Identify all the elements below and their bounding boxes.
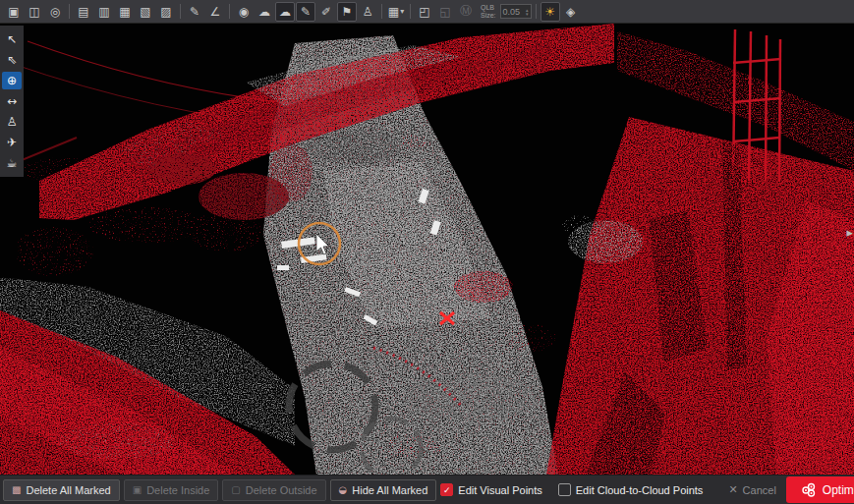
edit-cloud-to-cloud-label: Edit Cloud-to-Cloud Points [576, 484, 704, 496]
point-cloud-canvas[interactable] [0, 24, 854, 475]
layout-icon: ▦ [388, 5, 399, 19]
qlb-size-label: QLB Size: [481, 4, 496, 19]
toolbar-separator [69, 4, 70, 19]
qlb-m-icon[interactable]: Ⓜ [456, 2, 476, 22]
measure-width-tool[interactable]: ↔ [2, 92, 22, 110]
delete-all-marked-label: Delete All Marked [26, 484, 110, 496]
image-view-icon[interactable]: ▧ [136, 2, 155, 22]
delete-all-marked-icon: ▩ [12, 484, 21, 495]
film-view-icon[interactable]: ▨ [156, 2, 176, 22]
box-3d-icon[interactable]: ◰ [415, 2, 434, 22]
spinner-arrows-icon[interactable]: ▴▾ [526, 8, 529, 16]
checkbox-unchecked-icon[interactable] [558, 483, 571, 496]
hide-all-marked-label: Hide All Marked [352, 484, 427, 496]
draw-polyline-icon[interactable]: ✎ [185, 2, 204, 22]
bottom-toolbar: ▩ Delete All Marked ▣ Delete Inside ▢ De… [0, 475, 854, 504]
edit-visual-points-label: Edit Visual Points [458, 484, 541, 496]
delete-inside-icon: ▣ [133, 484, 142, 495]
delete-outside-icon: ▢ [231, 484, 240, 495]
pan-orbit-tool[interactable]: ⊕ [2, 72, 22, 89]
toolbar-separator [536, 4, 537, 19]
grid-view-icon[interactable]: ▦ [115, 2, 135, 22]
edit-cloud-to-cloud-checkbox[interactable]: Edit Cloud-to-Cloud Points [558, 483, 704, 496]
measure-angle-icon[interactable]: ∠ [205, 2, 225, 22]
fly-navigate-tool[interactable]: ✈ [2, 134, 22, 151]
visibility-icon[interactable]: ◉ [234, 2, 254, 22]
chevron-down-icon: ▾ [400, 7, 404, 16]
optimize-bundle-button[interactable]: Optimize Bundle [786, 476, 854, 503]
toolbar-separator [381, 4, 382, 19]
expand-panel-icon[interactable]: ▸ [846, 225, 853, 240]
stereo-view-icon[interactable]: ◫ [25, 2, 44, 22]
erase-tool[interactable]: ☕ [2, 154, 22, 172]
toolbar-separator [410, 4, 411, 19]
cloud-download-icon[interactable]: ☁ [255, 2, 274, 22]
select-points-tool[interactable]: ⇖ [2, 51, 22, 69]
optimize-bundle-label: Optimize Bundle [823, 483, 854, 497]
left-toolbar: ↖ ⇖ ⊕ ↔ ♙ ✈ ☕ [0, 26, 24, 177]
layout-dropdown[interactable]: ▦ ▾ [386, 2, 406, 22]
toolbar-separator [229, 4, 230, 19]
delete-all-marked-button[interactable]: ▩ Delete All Marked [3, 479, 120, 501]
screenshot-icon[interactable]: ▣ [4, 2, 24, 22]
cancel-label: Cancel [743, 484, 776, 496]
top-toolbar: ▣ ◫ ◎ ▤ ▥ ▦ ▧ ▨ ✎ ∠ ◉ ☁ ☁ ✎ ✐ ⚑ ♙ ▦ ▾ ◰ … [0, 0, 854, 24]
edit-visual-points-checkbox[interactable]: ✓ Edit Visual Points [440, 483, 541, 496]
toolbar-separator [180, 4, 181, 19]
edit-points-icon[interactable]: ✎ [296, 2, 315, 22]
person-view-tool[interactable]: ♙ [2, 113, 22, 131]
hide-all-marked-button[interactable]: ◒ Hide All Marked [330, 479, 437, 501]
hide-all-marked-icon: ◒ [339, 484, 348, 495]
cloud-points-icon[interactable]: ☁ [275, 2, 295, 22]
checkbox-checked-icon[interactable]: ✓ [440, 483, 453, 496]
delete-outside-button[interactable]: ▢ Delete Outside [222, 479, 325, 501]
photo-icon[interactable]: ▤ [74, 2, 93, 22]
spotlight-icon[interactable]: ☀ [541, 2, 560, 22]
delete-inside-button[interactable]: ▣ Delete Inside [124, 479, 219, 501]
person-pin-icon[interactable]: ♙ [358, 2, 377, 22]
misc-tool-icon[interactable]: ◈ [561, 2, 581, 22]
brush-icon[interactable]: ✐ [316, 2, 336, 22]
magnify-region-icon[interactable]: ◎ [45, 2, 65, 22]
qlb-box-icon[interactable]: ◱ [435, 2, 455, 22]
cancel-button[interactable]: ✕ Cancel [728, 483, 775, 496]
viewport [0, 24, 854, 475]
split-view-icon[interactable]: ▥ [94, 2, 114, 22]
select-tool[interactable]: ↖ [2, 30, 22, 48]
bundle-icon [801, 482, 816, 497]
delete-inside-label: Delete Inside [146, 484, 209, 496]
location-pin-icon[interactable]: ⚑ [337, 2, 357, 22]
qlb-size-value: 0.05 [503, 7, 521, 17]
delete-outside-label: Delete Outside [246, 484, 317, 496]
qlb-size-input[interactable]: 0.05 ▴▾ [500, 4, 532, 19]
close-icon: ✕ [728, 483, 737, 496]
